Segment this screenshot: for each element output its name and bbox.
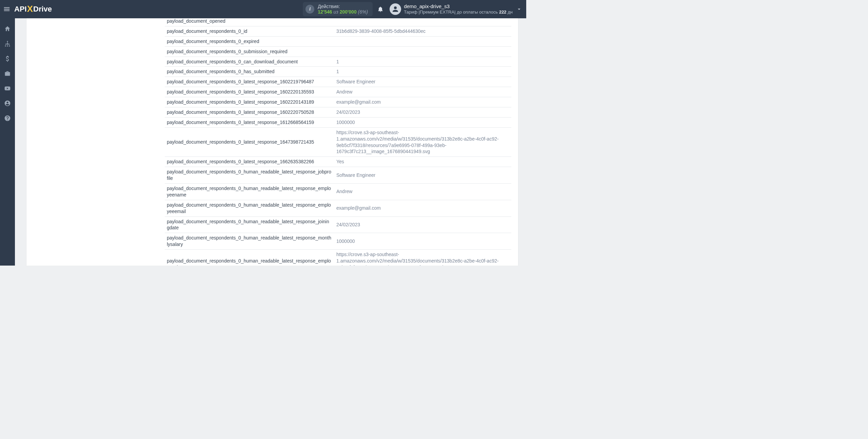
- plan-line: Тариф |Премиум EXTRA| до оплаты осталось…: [404, 9, 513, 15]
- sidebar-item-account[interactable]: [0, 97, 15, 110]
- field-key: payload_document_respondents_0_human_rea…: [165, 167, 334, 184]
- topbar: API X Drive i Действия: 12'546 из 200'00…: [0, 0, 526, 18]
- table-row: payload_document_respondents_0_submissio…: [165, 46, 511, 57]
- notifications-button[interactable]: [373, 6, 388, 13]
- field-key: payload_document_respondents_0_human_rea…: [165, 216, 334, 233]
- briefcase-icon: [4, 70, 11, 77]
- field-value: [334, 36, 511, 46]
- sidebar-item-home[interactable]: [0, 22, 15, 35]
- account-block[interactable]: demo_apix-drive_s3 Тариф |Премиум EXTRA|…: [404, 3, 515, 15]
- table-row: payload_document_respondents_0_human_rea…: [165, 184, 511, 200]
- field-value: 1000000: [334, 233, 511, 250]
- account-name: demo_apix-drive_s3: [404, 3, 513, 9]
- user-icon: [391, 5, 399, 13]
- logo[interactable]: API X Drive: [14, 4, 52, 15]
- field-key: payload_document_respondents_0_latest_re…: [165, 77, 334, 87]
- table-row: payload_document_respondents_0_human_rea…: [165, 167, 511, 184]
- sidebar-item-connections[interactable]: [0, 37, 15, 50]
- sidebar-item-video[interactable]: [0, 82, 15, 95]
- field-value: 1000000: [334, 117, 511, 127]
- table-row: payload_document_respondents_0_human_rea…: [165, 233, 511, 250]
- home-icon: [4, 25, 11, 32]
- actions-label: Действия:: [318, 4, 368, 9]
- table-row: payload_document_opened: [165, 18, 511, 26]
- field-value: example@gmail.com: [334, 200, 511, 216]
- table-row: payload_document_respondents_0_latest_re…: [165, 127, 511, 157]
- account-chevron[interactable]: [515, 6, 526, 12]
- actions-total: 200'000: [340, 9, 357, 15]
- table-row: payload_document_respondents_0_expired: [165, 36, 511, 46]
- field-value: Software Engineer: [334, 167, 511, 184]
- field-value: Yes: [334, 157, 511, 167]
- table-row: payload_document_respondents_0_latest_re…: [165, 87, 511, 97]
- field-value: https://crove.s3-ap-southeast-1.amazonaw…: [334, 250, 511, 266]
- table-row: payload_document_respondents_0_latest_re…: [165, 157, 511, 167]
- chevron-down-icon: [516, 6, 522, 12]
- canvas: payload_document_openedpayload_document_…: [15, 18, 526, 266]
- hamburger-button[interactable]: [0, 0, 14, 18]
- content-panel: payload_document_openedpayload_document_…: [26, 18, 518, 266]
- table-row: payload_document_respondents_0_latest_re…: [165, 77, 511, 87]
- field-key: payload_document_respondents_0_latest_re…: [165, 127, 334, 157]
- field-value: Software Engineer: [334, 77, 511, 87]
- table-row: payload_document_respondents_0_human_rea…: [165, 200, 511, 216]
- field-value: Andrew: [334, 184, 511, 200]
- field-value: 1: [334, 67, 511, 77]
- table-row: payload_document_respondents_0_latest_re…: [165, 97, 511, 107]
- data-table-area: payload_document_openedpayload_document_…: [165, 18, 511, 266]
- dollar-icon: [4, 55, 11, 62]
- field-key: payload_document_respondents_0_latest_re…: [165, 87, 334, 97]
- field-value: 31b6d829-3839-4008-85f5-5dbd444630ec: [334, 26, 511, 36]
- actions-text: Действия: 12'546 из 200'000 (6%): [318, 4, 368, 15]
- field-value: 1: [334, 57, 511, 67]
- logo-drive: Drive: [33, 5, 52, 14]
- field-key: payload_document_respondents_0_latest_re…: [165, 157, 334, 167]
- youtube-icon: [4, 85, 11, 92]
- field-value: example@gmail.com: [334, 97, 511, 107]
- table-row: payload_document_respondents_0_id31b6d82…: [165, 26, 511, 36]
- field-value: 24/02/2023: [334, 216, 511, 233]
- logo-x: X: [27, 4, 33, 14]
- info-icon: i: [305, 5, 314, 14]
- field-value: [334, 46, 511, 57]
- plan-days: 222: [499, 9, 507, 15]
- field-key: payload_document_respondents_0_human_rea…: [165, 250, 334, 266]
- field-key: payload_document_respondents_0_can_downl…: [165, 57, 334, 67]
- actions-pill[interactable]: i Действия: 12'546 из 200'000 (6%): [303, 2, 373, 16]
- field-value: 24/02/2023: [334, 107, 511, 118]
- field-key: payload_document_respondents_0_has_submi…: [165, 67, 334, 77]
- actions-line: 12'546 из 200'000 (6%): [318, 9, 368, 15]
- flow-icon: [4, 40, 11, 47]
- logo-api: API: [14, 5, 27, 14]
- table-row: payload_document_respondents_0_human_rea…: [165, 216, 511, 233]
- field-value: Andrew: [334, 87, 511, 97]
- field-value: https://crove.s3-ap-southeast-1.amazonaw…: [334, 127, 511, 157]
- actions-used: 12'546: [318, 9, 332, 15]
- field-key: payload_document_opened: [165, 18, 334, 26]
- field-key: payload_document_respondents_0_submissio…: [165, 46, 334, 57]
- question-icon: [4, 115, 11, 122]
- actions-of: из: [333, 9, 338, 15]
- field-value: [334, 18, 511, 26]
- kv-table: payload_document_openedpayload_document_…: [165, 18, 511, 266]
- field-key: payload_document_respondents_0_id: [165, 26, 334, 36]
- sidebar: [0, 18, 15, 266]
- field-key: payload_document_respondents_0_latest_re…: [165, 107, 334, 118]
- menu-icon: [3, 5, 11, 13]
- sidebar-item-billing[interactable]: [0, 52, 15, 65]
- table-row: payload_document_respondents_0_can_downl…: [165, 57, 511, 67]
- field-key: payload_document_respondents_0_expired: [165, 36, 334, 46]
- sidebar-item-services[interactable]: [0, 67, 15, 80]
- table-row: payload_document_respondents_0_latest_re…: [165, 107, 511, 118]
- bell-icon: [377, 6, 384, 13]
- table-row: payload_document_respondents_0_human_rea…: [165, 250, 511, 266]
- avatar[interactable]: [390, 3, 401, 15]
- field-key: payload_document_respondents_0_human_rea…: [165, 233, 334, 250]
- plan-suffix: дн: [507, 9, 513, 15]
- sidebar-item-help[interactable]: [0, 112, 15, 125]
- table-row: payload_document_respondents_0_latest_re…: [165, 117, 511, 127]
- field-key: payload_document_respondents_0_human_rea…: [165, 200, 334, 216]
- field-key: payload_document_respondents_0_latest_re…: [165, 117, 334, 127]
- actions-pct: (6%): [358, 9, 368, 15]
- field-key: payload_document_respondents_0_latest_re…: [165, 97, 334, 107]
